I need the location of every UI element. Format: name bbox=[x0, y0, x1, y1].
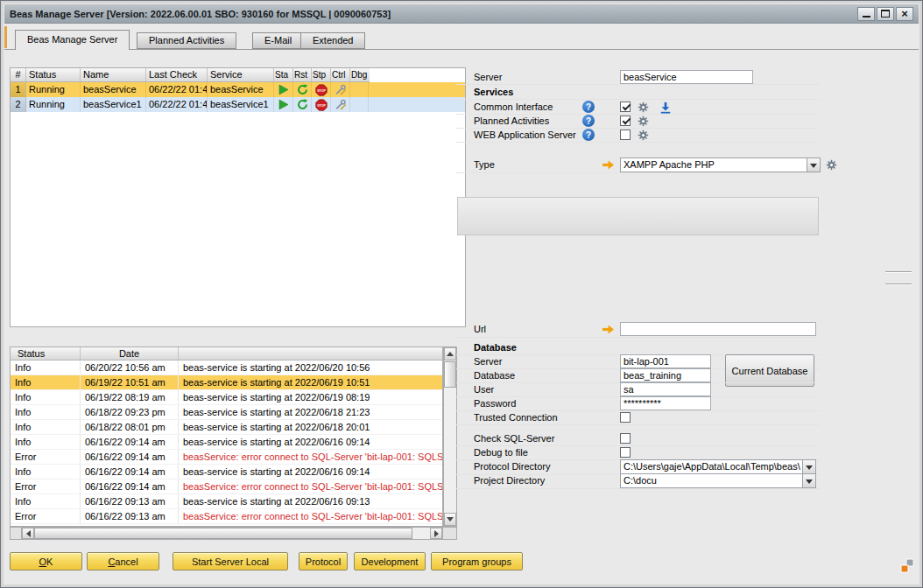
link-arrow-icon[interactable] bbox=[602, 323, 615, 336]
stop-service-icon[interactable]: STOP bbox=[312, 97, 331, 112]
chevron-down-icon[interactable] bbox=[802, 460, 815, 473]
log-row[interactable]: Info06/18/22 08:01 pmbeas-service is sta… bbox=[11, 420, 442, 435]
tab-email[interactable]: E-Mail bbox=[252, 32, 304, 49]
trusted-connection-label: Trusted Connection bbox=[474, 412, 558, 423]
db-password-label: Password bbox=[474, 398, 516, 409]
log-row[interactable]: Info06/16/22 09:13 ambeas-service is sta… bbox=[11, 494, 442, 509]
col-status: Status bbox=[26, 68, 81, 81]
program-groups-button[interactable]: Program groups bbox=[431, 552, 523, 570]
log-message: beas-service is starting at 2022/06/19 0… bbox=[179, 390, 442, 404]
trusted-connection-checkbox[interactable] bbox=[620, 412, 631, 423]
scroll-up-button[interactable] bbox=[444, 347, 456, 360]
db-password-input[interactable] bbox=[620, 396, 711, 410]
svg-text:STOP: STOP bbox=[317, 103, 326, 107]
service-service: beasService1 bbox=[208, 97, 274, 112]
debug-to-file-checkbox[interactable] bbox=[620, 447, 631, 458]
log-status: Error bbox=[11, 450, 81, 464]
vertical-scroll-thumb[interactable] bbox=[444, 361, 456, 388]
service-tools-icon[interactable] bbox=[331, 97, 350, 112]
type-value: XAMPP Apache PHP bbox=[621, 158, 807, 172]
log-row[interactable]: Error06/16/22 09:14 ambeasService: error… bbox=[11, 480, 442, 494]
cancel-button[interactable]: Cancel bbox=[87, 552, 159, 570]
tab-beas-manage-server[interactable]: Beas Manage Server bbox=[15, 30, 130, 50]
configure-gear-icon[interactable] bbox=[637, 115, 650, 128]
db-server-input[interactable] bbox=[620, 354, 711, 368]
tab-extended[interactable]: Extended bbox=[300, 32, 365, 49]
help-icon[interactable]: ? bbox=[582, 115, 595, 127]
service-service: beasService bbox=[208, 82, 274, 97]
configure-gear-icon[interactable] bbox=[825, 158, 838, 172]
type-dropdown[interactable]: XAMPP Apache PHP bbox=[620, 158, 821, 172]
service-tools-icon[interactable] bbox=[331, 82, 350, 97]
arrow-up-icon bbox=[447, 352, 454, 356]
start-service-icon[interactable] bbox=[274, 82, 293, 97]
start-service-icon[interactable] bbox=[274, 97, 293, 112]
minimize-icon bbox=[863, 16, 870, 18]
planned-activities-checkbox[interactable] bbox=[620, 116, 631, 126]
tab-planned-activities[interactable]: Planned Activities bbox=[137, 32, 236, 49]
db-name-input[interactable] bbox=[620, 368, 711, 382]
log-vertical-scrollbar[interactable] bbox=[443, 346, 457, 527]
log-horizontal-scrollbar[interactable] bbox=[10, 527, 457, 540]
scroll-right-button[interactable] bbox=[430, 528, 442, 539]
scroll-left-button[interactable] bbox=[22, 528, 34, 539]
log-row[interactable]: Info06/19/22 08:19 ambeas-service is sta… bbox=[11, 390, 442, 405]
log-date: 06/19/22 10:51 am bbox=[81, 375, 179, 389]
help-icon[interactable]: ? bbox=[582, 101, 595, 113]
configure-gear-icon[interactable] bbox=[637, 129, 650, 142]
maximize-button[interactable] bbox=[877, 7, 894, 21]
stop-service-icon[interactable]: STOP bbox=[312, 82, 331, 97]
title-bar[interactable]: Beas Manage Server [Version: 2022.06.00.… bbox=[4, 4, 919, 24]
check-sql-row: Check SQL-Server bbox=[456, 431, 820, 446]
log-row[interactable]: Info06/16/22 09:14 ambeas-service is sta… bbox=[11, 465, 442, 480]
ok-button[interactable]: OK bbox=[10, 552, 82, 570]
log-row[interactable]: Info06/20/22 10:56 ambeas-service is sta… bbox=[11, 360, 442, 375]
log-message: beasService: error connect to SQL-Server… bbox=[179, 480, 442, 494]
log-row[interactable]: Info06/16/22 09:14 ambeas-service is sta… bbox=[11, 435, 442, 450]
url-row: Url bbox=[456, 322, 820, 338]
web-application-server-checkbox[interactable] bbox=[620, 130, 631, 140]
horizontal-scroll-thumb[interactable] bbox=[34, 528, 412, 539]
db-user-input[interactable] bbox=[620, 382, 711, 396]
log-status: Error bbox=[11, 509, 81, 523]
db-user-row: User bbox=[456, 382, 820, 397]
panel-splitter-handle[interactable] bbox=[885, 284, 912, 285]
restart-service-icon[interactable] bbox=[293, 97, 312, 112]
content-divider bbox=[4, 49, 919, 50]
development-button[interactable]: Development bbox=[354, 552, 426, 570]
url-input[interactable] bbox=[620, 322, 816, 336]
close-button[interactable]: × bbox=[896, 7, 913, 21]
check-sql-checkbox[interactable] bbox=[620, 433, 631, 444]
chevron-down-icon[interactable] bbox=[807, 158, 820, 172]
panel-splitter-handle[interactable] bbox=[885, 271, 912, 273]
configure-gear-icon[interactable] bbox=[637, 101, 650, 114]
log-row[interactable]: Info06/19/22 10:51 ambeas-service is sta… bbox=[11, 375, 442, 390]
form-settings-icon[interactable] bbox=[899, 558, 915, 574]
log-row[interactable]: Error06/16/22 09:13 ambeasService: error… bbox=[11, 509, 442, 524]
chevron-down-icon[interactable] bbox=[802, 474, 815, 487]
log-table-header: Status Date bbox=[11, 347, 442, 360]
service-status: Running bbox=[26, 97, 81, 112]
protocol-button[interactable]: Protocol bbox=[299, 552, 348, 570]
protocol-directory-dropdown[interactable]: C:\Users\gaje\AppData\Local\Temp\beas\ bbox=[620, 459, 816, 474]
service-table-row[interactable]: 2RunningbeasService106/22/22 01:49beasSe… bbox=[11, 97, 465, 112]
service-table-row[interactable]: 1RunningbeasService06/22/22 01:49beasSer… bbox=[11, 82, 465, 97]
log-row[interactable]: Error06/16/22 09:14 ambeasService: error… bbox=[11, 450, 442, 465]
protocol-directory-label: Protocol Directory bbox=[474, 461, 550, 472]
common-interface-label: Common Interface bbox=[474, 102, 553, 112]
debug-to-file-label: Debug to file bbox=[474, 447, 528, 458]
log-date: 06/16/22 09:13 am bbox=[81, 509, 179, 523]
link-arrow-icon[interactable] bbox=[602, 158, 615, 172]
minimize-button[interactable] bbox=[857, 7, 875, 21]
service-table: # Status Name Last Check Service Sta Rst… bbox=[10, 67, 466, 327]
check-sql-label: Check SQL-Server bbox=[474, 433, 554, 444]
restart-service-icon[interactable] bbox=[293, 82, 312, 97]
common-interface-checkbox[interactable] bbox=[620, 102, 631, 112]
server-name-input[interactable] bbox=[620, 70, 753, 84]
project-directory-dropdown[interactable]: C:\docu bbox=[620, 473, 816, 488]
log-row[interactable]: Info06/18/22 09:23 pmbeas-service is sta… bbox=[11, 405, 442, 420]
help-icon[interactable]: ? bbox=[582, 129, 595, 141]
start-server-local-button[interactable]: Start Server Local bbox=[173, 552, 288, 570]
install-download-icon[interactable] bbox=[659, 101, 672, 114]
scroll-down-button[interactable] bbox=[444, 513, 456, 526]
